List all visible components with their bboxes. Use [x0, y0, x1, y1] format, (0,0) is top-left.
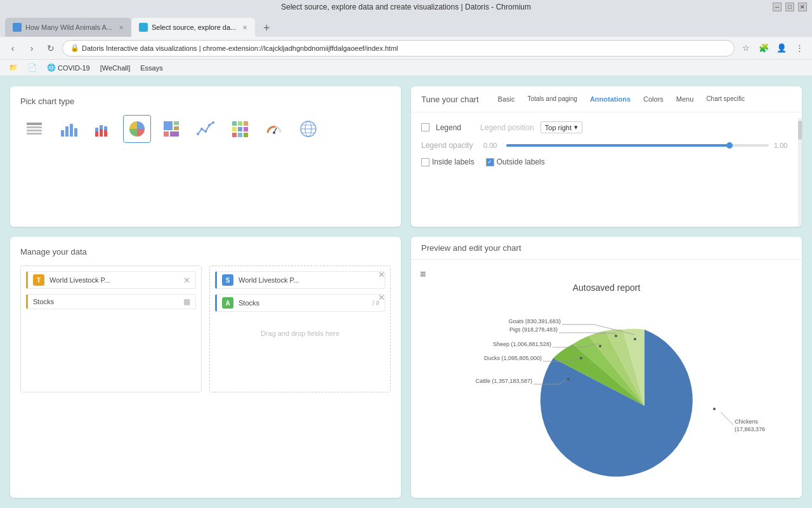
svg-rect-6: [70, 124, 73, 137]
chart-icon-gauge[interactable]: [260, 115, 288, 143]
field-row-2: Stocks ▦: [33, 297, 190, 306]
data-field-stocks-left: Stocks ▦: [26, 294, 196, 309]
address-bar[interactable]: 🔒 Datoris Interactive data visualization…: [62, 40, 735, 57]
chart-icon-stacked[interactable]: [89, 115, 117, 143]
labels-checkboxes: Inside labels ✓ Outside labels: [421, 157, 792, 166]
tab1-close[interactable]: ✕: [119, 24, 124, 31]
reload-button[interactable]: ↻: [43, 41, 58, 56]
minimize-button[interactable]: ─: [773, 3, 782, 11]
svg-rect-28: [232, 127, 237, 131]
back-button[interactable]: ‹: [5, 41, 20, 56]
browser-tab-1[interactable]: How Many Wild Animals A... ✕: [5, 18, 131, 37]
chart-icon-pie[interactable]: [123, 115, 151, 143]
tune-header: Tune your chart Basic Totals and paging …: [411, 86, 802, 112]
bookmark-essays[interactable]: Essays: [136, 63, 166, 73]
data-field-stocks-right: A Stocks / #: [215, 294, 385, 312]
extensions-button[interactable]: 🧩: [756, 41, 771, 56]
bookmark-1[interactable]: 📁: [5, 62, 22, 73]
chickens-label-line: [721, 412, 733, 425]
tab2-label: Select source, explore da...: [152, 23, 236, 31]
window-controls[interactable]: ─ □ ✕: [773, 3, 807, 11]
preview-header: Preview and edit your chart: [411, 237, 802, 260]
right-field-label-1: World Livestock P...: [239, 276, 379, 284]
bookmark-star[interactable]: ☆: [738, 41, 754, 56]
opacity-slider[interactable]: [506, 144, 769, 147]
tab-colors[interactable]: Colors: [637, 93, 670, 105]
inside-checkbox: [421, 158, 429, 166]
tab-annotations[interactable]: Annotations: [584, 93, 637, 105]
svg-rect-25: [232, 121, 237, 126]
chart-icon-globe[interactable]: [294, 115, 322, 143]
tune-panel: Tune your chart Basic Totals and paging …: [411, 86, 802, 227]
outside-checkbox: ✓: [486, 158, 494, 166]
svg-rect-9: [95, 128, 98, 131]
chart-toolbar: ≡: [417, 266, 796, 283]
tab1-favicon: [13, 23, 22, 32]
tune-tabs: Basic Totals and paging Annotations Colo…: [492, 93, 751, 105]
tab-menu[interactable]: Menu: [670, 93, 700, 105]
svg-rect-2: [27, 130, 42, 131]
menu-dots[interactable]: ⋮: [792, 41, 807, 56]
ducks-dot: [580, 357, 582, 359]
field-close-right-1[interactable]: ✕: [378, 270, 385, 279]
right-field-label-2: Stocks: [239, 299, 370, 307]
forward-button[interactable]: ›: [24, 41, 39, 56]
new-tab-button[interactable]: +: [258, 19, 275, 37]
field-close-1[interactable]: ✕: [183, 276, 190, 285]
svg-rect-4: [61, 130, 64, 137]
data-left-column: T World Livestock P... ✕ Stocks ▦: [20, 265, 202, 392]
bookmark-2[interactable]: 📄: [24, 62, 41, 73]
data-right-column[interactable]: ✕ S World Livestock P... ✕ A Stocks: [209, 265, 391, 392]
chart-icon-line[interactable]: [192, 115, 219, 143]
right-field-container-2: ✕ A Stocks / #: [215, 294, 385, 312]
close-button[interactable]: ✕: [798, 3, 807, 11]
bookmark2-icon: 📄: [28, 64, 37, 72]
chart-icon-table[interactable]: [20, 115, 48, 143]
inside-labels-checkbox[interactable]: Inside labels: [421, 157, 475, 166]
preview-panel: Preview and edit your chart ≡ Autosaved …: [411, 237, 802, 498]
pie-chart-svg: Goats (830,391,683) Pigs (918,278,483) S…: [448, 311, 765, 498]
scrollbar-thumb[interactable]: [798, 121, 802, 140]
browser-actions: ☆ 🧩 👤 ⋮: [738, 41, 807, 56]
profile-button[interactable]: 👤: [774, 41, 789, 56]
tab-totals[interactable]: Totals and paging: [521, 93, 583, 105]
tab-chart-specific[interactable]: Chart specific: [700, 93, 751, 105]
bookmark-wechall[interactable]: [WeChall]: [96, 63, 134, 73]
svg-rect-19: [170, 131, 179, 137]
chart-icon-bar[interactable]: [55, 115, 82, 143]
chart-icon-treemap[interactable]: [157, 115, 185, 143]
svg-point-21: [200, 128, 203, 130]
opacity-max: 1.00: [774, 142, 792, 149]
field-row-1: T World Livestock P... ✕: [33, 274, 190, 286]
svg-line-35: [274, 128, 277, 133]
bookmark-covid[interactable]: 🌐 COVID-19: [43, 62, 94, 73]
svg-rect-18: [164, 131, 169, 137]
chart-icon-grid[interactable]: [226, 115, 254, 143]
drag-drop-area[interactable]: Drag and drop fields here: [215, 317, 385, 350]
svg-rect-0: [27, 123, 42, 125]
tab-basic[interactable]: Basic: [492, 93, 521, 105]
slider-fill: [506, 144, 730, 147]
chickens-label-2: (17,863,376,000): [735, 426, 765, 432]
inside-labels-text: Inside labels: [432, 157, 475, 166]
svg-rect-13: [104, 126, 107, 130]
field-type-T: T: [33, 274, 44, 286]
svg-rect-30: [244, 127, 248, 131]
svg-rect-31: [232, 133, 237, 137]
browser-tab-2[interactable]: Select source, explore da... ✕: [131, 18, 255, 37]
right-field-container-1: ✕ S World Livestock P...: [215, 271, 385, 289]
outside-labels-checkbox[interactable]: ✓ Outside labels: [486, 157, 545, 166]
legend-position-select[interactable]: Top right ▾: [540, 121, 582, 133]
restore-button[interactable]: □: [785, 3, 794, 11]
field-close-right-2[interactable]: ✕: [378, 293, 385, 302]
chart-menu-icon[interactable]: ≡: [417, 266, 428, 283]
cattle-dot: [567, 378, 570, 380]
tab2-close[interactable]: ✕: [242, 24, 247, 31]
legend-position-label: Legend position: [480, 123, 534, 132]
legend-checkbox[interactable]: [421, 123, 429, 131]
browser-addressbar: ‹ › ↻ 🔒 Datoris Interactive data visuali…: [0, 37, 812, 60]
legend-label: Legend: [436, 123, 461, 132]
bookmark-covid-icon: 🌐: [47, 64, 56, 72]
svg-point-22: [204, 130, 207, 133]
svg-rect-7: [74, 128, 77, 137]
